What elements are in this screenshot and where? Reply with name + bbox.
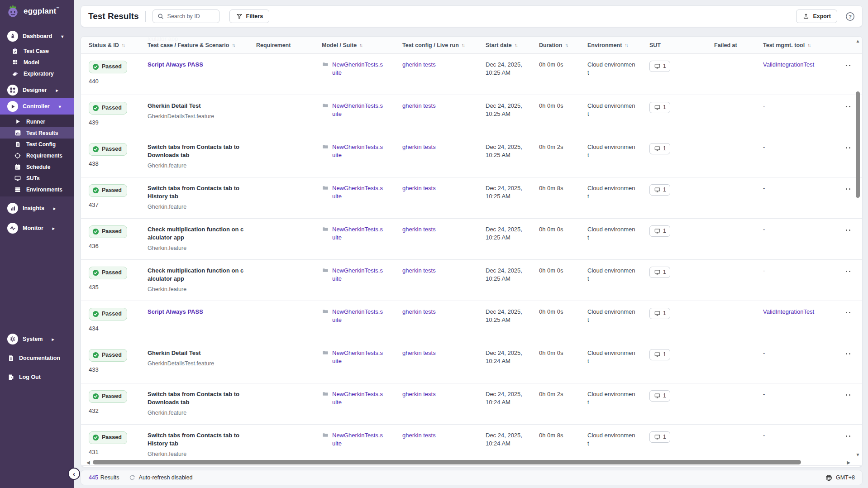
column-header-duration[interactable]: Duration↑↓ — [539, 42, 587, 48]
help-icon[interactable]: ? — [845, 12, 855, 21]
horizontal-scroll-thumb[interactable] — [93, 460, 801, 464]
sort-icon[interactable]: ↑↓ — [565, 43, 568, 48]
column-header-model-suite[interactable]: Model / Suite↑↓ — [322, 42, 402, 48]
sidebar-item-controller[interactable]: Controller▾ — [0, 98, 74, 115]
sidebar-item-monitor[interactable]: Monitor▸ — [0, 220, 74, 236]
suite-link[interactable]: NewGherkinTests.suite — [332, 61, 386, 77]
sort-icon[interactable]: ↑↓ — [122, 43, 124, 48]
suite-link[interactable]: NewGherkinTests.suite — [332, 225, 386, 242]
folder-icon — [322, 267, 329, 274]
test-config-link[interactable]: gherkin tests — [402, 61, 436, 68]
test-title-link[interactable]: Script Always PASS — [148, 61, 244, 69]
scroll-right-icon[interactable]: ▶ — [847, 460, 850, 465]
search-input[interactable] — [167, 13, 215, 19]
table-row[interactable]: Passed434Script Always PASSNewGherkinTes… — [81, 301, 862, 342]
sidebar-item-suts[interactable]: SUTs — [0, 172, 74, 184]
sidebar-item-requirements[interactable]: Requirements — [0, 150, 74, 161]
cell-environment: Cloud environment — [587, 54, 649, 95]
sidebar-item-documentation[interactable]: Documentation — [0, 349, 74, 368]
sidebar-item-dashboard[interactable]: Dashboard▾ — [0, 28, 74, 44]
sidebar-item-test-case[interactable]: Test Case — [0, 45, 74, 57]
column-header-test-case-feature-scenario[interactable]: Test case / Feature & Scenario↑↓ — [148, 42, 256, 48]
results-count[interactable]: 445 — [89, 474, 98, 481]
sidebar-collapse-button[interactable]: ‹ — [68, 468, 80, 480]
cell-title: Gherkin Detail TestGherkinDetailsTest.fe… — [148, 95, 256, 136]
cell-test-mgmt-tool: - — [763, 177, 831, 218]
table-row[interactable]: Passed436Check multiplication function o… — [81, 219, 862, 260]
sort-icon[interactable]: ↑↓ — [462, 43, 464, 48]
timezone-selector[interactable]: GMT+8 — [825, 474, 855, 481]
status-label: Passed — [102, 63, 122, 71]
sidebar-item-designer[interactable]: Designer▸ — [0, 82, 74, 98]
test-config-link[interactable]: gherkin tests — [402, 391, 436, 397]
scroll-up-icon[interactable]: ▲ — [856, 38, 860, 44]
sidebar-item-exploratory[interactable]: Exploratory — [0, 68, 74, 79]
column-header-start-date[interactable]: Start date↑↓ — [486, 42, 539, 48]
table-row[interactable]: Passed438Switch tabs from Contacts tab t… — [81, 136, 862, 177]
cell-failed-at — [714, 54, 763, 95]
export-button[interactable]: Export — [796, 10, 837, 23]
sut-count-pill: 1 — [649, 225, 670, 237]
table-row[interactable]: Passed435Check multiplication function o… — [81, 260, 862, 301]
sort-icon[interactable]: ↑↓ — [515, 43, 517, 48]
results-table: 441 lculator app Gherkin.feature Status … — [81, 36, 863, 467]
table-row[interactable]: Passed432Switch tabs from Contacts tab t… — [81, 383, 862, 425]
table-row[interactable]: Passed439Gherkin Detail TestGherkinDetai… — [81, 95, 862, 136]
sidebar-item-insights[interactable]: Insights▸ — [0, 200, 74, 216]
search-box[interactable] — [153, 10, 219, 23]
sort-icon[interactable]: ↑↓ — [807, 43, 810, 48]
suite-link[interactable]: NewGherkinTests.suite — [332, 390, 386, 407]
suite-link[interactable]: NewGherkinTests.suite — [332, 267, 386, 283]
sort-icon[interactable]: ↑↓ — [232, 43, 234, 48]
test-config-link[interactable]: gherkin tests — [402, 432, 436, 439]
table-row[interactable]: Passed433Gherkin Detail TestGherkinDetai… — [81, 342, 862, 383]
sidebar-item-test-results[interactable]: Test Results — [0, 127, 74, 139]
mgmt-tool-link[interactable]: ValidIntegrationTest — [763, 308, 814, 315]
vertical-scrollbar[interactable]: ▲ ▼ — [855, 38, 861, 458]
table-row[interactable]: Passed440Script Always PASSNewGherkinTes… — [81, 54, 862, 95]
column-header-test-config-live-run[interactable]: Test config / Live run↑↓ — [402, 42, 486, 48]
column-header-test-mgmt-tool[interactable]: Test mgmt. tool↑↓ — [763, 42, 831, 48]
test-config-link[interactable]: gherkin tests — [402, 144, 436, 150]
sort-icon[interactable]: ↑↓ — [359, 43, 362, 48]
scroll-left-icon[interactable]: ◀ — [86, 460, 90, 465]
sut-count: 1 — [663, 351, 666, 359]
column-header-status-id[interactable]: Status & ID↑↓ — [89, 42, 148, 48]
brand-logo: eggplant™ — [0, 0, 74, 23]
vertical-scroll-thumb[interactable] — [856, 91, 860, 198]
sut-count-pill: 1 — [649, 184, 670, 196]
table-row[interactable]: Passed437Switch tabs from Contacts tab t… — [81, 177, 862, 219]
test-config-link[interactable]: gherkin tests — [402, 185, 436, 191]
sidebar-item-runner[interactable]: Runner — [0, 116, 74, 127]
start-date: Dec 24, 2025, 10:25 AM — [486, 102, 527, 118]
test-config-link[interactable]: gherkin tests — [402, 308, 436, 315]
environment-name: Cloud environment — [587, 390, 635, 407]
suite-link[interactable]: NewGherkinTests.suite — [332, 431, 386, 448]
test-config-link[interactable]: gherkin tests — [402, 102, 436, 109]
sidebar-item-environments[interactable]: Environments — [0, 184, 74, 195]
chevron-right-icon: ▸ — [52, 226, 55, 231]
sidebar-item-model[interactable]: Model — [0, 57, 74, 68]
sidebar-item-test-config[interactable]: Test Config — [0, 139, 74, 150]
suite-link[interactable]: NewGherkinTests.suite — [332, 102, 386, 118]
sut-monitor-icon — [653, 268, 661, 276]
test-config-link[interactable]: gherkin tests — [402, 267, 436, 274]
suite-link[interactable]: NewGherkinTests.suite — [332, 184, 386, 201]
scroll-down-icon[interactable]: ▼ — [856, 452, 860, 458]
column-header-environment[interactable]: Environment↑↓ — [587, 42, 649, 48]
suite-link[interactable]: NewGherkinTests.suite — [332, 143, 386, 159]
sidebar-item-schedule[interactable]: Schedule — [0, 161, 74, 172]
test-title-link[interactable]: Script Always PASS — [148, 308, 244, 316]
sidebar-item-system[interactable]: System▸ — [0, 330, 74, 349]
sort-icon[interactable]: ↑↓ — [625, 43, 627, 48]
mgmt-tool-link[interactable]: ValidIntegrationTest — [763, 61, 814, 68]
start-date: Dec 24, 2025, 10:25 AM — [486, 308, 527, 324]
sut-count-pill: 1 — [649, 390, 670, 402]
suite-link[interactable]: NewGherkinTests.suite — [332, 308, 386, 324]
test-config-link[interactable]: gherkin tests — [402, 226, 436, 233]
suite-link[interactable]: NewGherkinTests.suite — [332, 349, 386, 365]
sidebar-item-log-out[interactable]: Log Out — [0, 368, 74, 387]
horizontal-scrollbar[interactable]: ◀ ▶ — [86, 459, 850, 465]
test-config-link[interactable]: gherkin tests — [402, 349, 436, 356]
filters-button[interactable]: Filters — [229, 10, 270, 23]
